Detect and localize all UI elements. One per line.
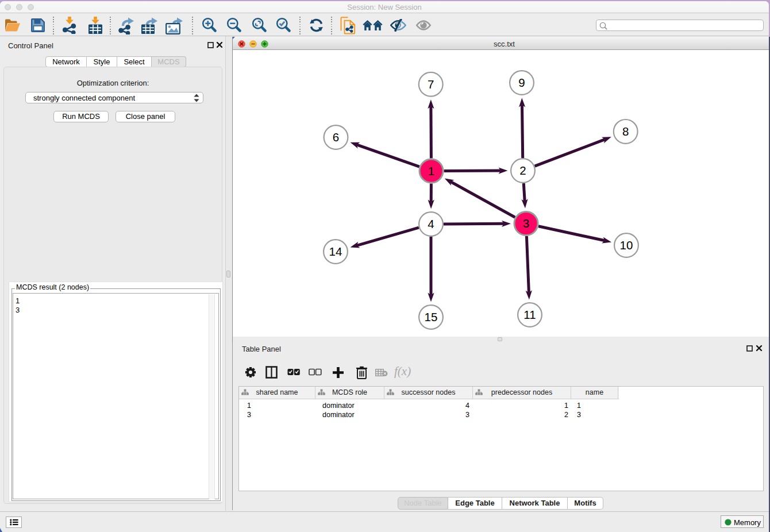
- svg-text:7: 7: [428, 78, 434, 91]
- svg-text:10: 10: [620, 238, 633, 252]
- svg-text:14: 14: [329, 245, 342, 258]
- svg-text:6: 6: [333, 130, 339, 144]
- svg-text:1: 1: [428, 164, 434, 178]
- svg-text:4: 4: [428, 217, 434, 230]
- svg-text:15: 15: [425, 310, 438, 323]
- svg-text:2: 2: [519, 164, 526, 177]
- svg-text:11: 11: [523, 308, 536, 321]
- svg-text:8: 8: [622, 125, 629, 138]
- svg-text:9: 9: [518, 76, 525, 89]
- svg-text:3: 3: [523, 217, 529, 230]
